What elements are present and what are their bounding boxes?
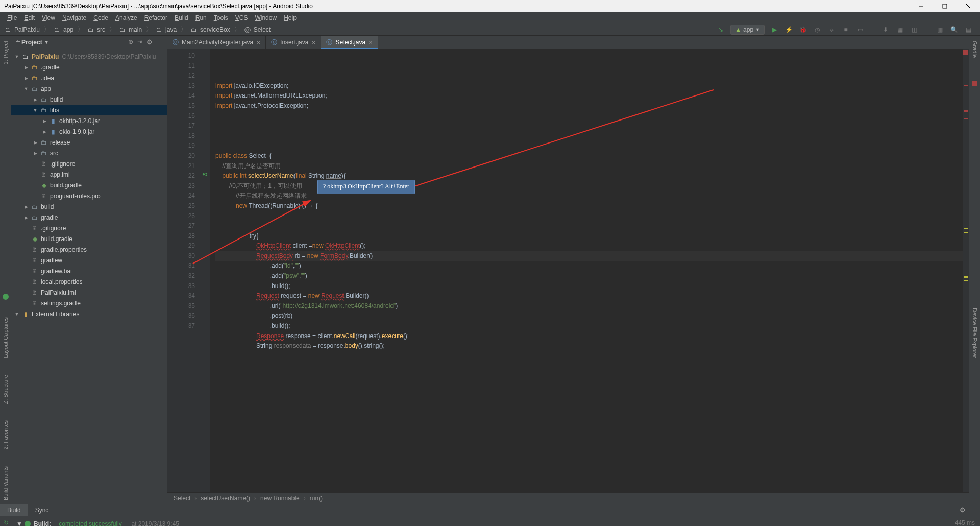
gear-icon[interactable] xyxy=(146,38,153,46)
menu-file[interactable]: File xyxy=(4,13,20,22)
breadcrumb-item[interactable]: 🗀 serviceBox xyxy=(189,26,232,33)
tool-tab-build-variants[interactable]: Build Variants xyxy=(2,463,10,504)
tree-row[interactable]: ▶▮okhttp-3.2.0.jar xyxy=(11,115,167,126)
search-icon[interactable]: 🔍 xyxy=(949,25,959,34)
tree-row[interactable]: 🗎.gitignore xyxy=(11,223,167,233)
menu-help[interactable]: Help xyxy=(281,13,300,22)
breadcrumb-item[interactable]: run() xyxy=(310,495,323,502)
run-button[interactable]: ▶ xyxy=(770,25,779,34)
tool-tab-gradle[interactable]: Gradle xyxy=(971,38,979,61)
editor-tab[interactable]: ⓒSelect.java✕ xyxy=(321,36,378,49)
close-icon[interactable]: ✕ xyxy=(256,40,260,45)
breadcrumb-item[interactable]: 🗀 app xyxy=(52,26,76,33)
breadcrumb-item[interactable]: 🗀 src xyxy=(86,26,107,33)
tree-row[interactable]: 🗎settings.gradle xyxy=(11,298,167,308)
close-icon[interactable]: ✕ xyxy=(369,40,373,45)
error-stripe[interactable] xyxy=(963,49,969,492)
menu-code[interactable]: Code xyxy=(90,13,111,22)
tree-row[interactable]: ◆build.gradle xyxy=(11,180,167,190)
tree-row[interactable]: ▶▮okio-1.9.0.jar xyxy=(11,126,167,137)
tree-row[interactable]: ▶🗀build xyxy=(11,201,167,212)
tree-row[interactable]: 🗎gradlew.bat xyxy=(11,266,167,276)
breadcrumb-item[interactable]: 🗀 PaiPaixiu xyxy=(3,26,42,33)
build-tree[interactable]: ▼Build: completed successfully at 2019/3… xyxy=(12,516,944,526)
chevron-down-icon[interactable]: ▼ xyxy=(44,40,49,45)
gear-icon[interactable] xyxy=(960,506,966,514)
tree-row[interactable]: ▶🗀build xyxy=(11,94,167,105)
stop-button[interactable]: ■ xyxy=(841,25,850,34)
menu-vcs[interactable]: VCS xyxy=(232,13,251,22)
menu-navigate[interactable]: Navigate xyxy=(59,13,89,22)
tree-row[interactable]: 🗎gradlew xyxy=(11,255,167,266)
close-icon[interactable]: ✕ xyxy=(311,40,315,45)
intention-popup[interactable]: ? okhttp3.OkHttpClient? Alt+Enter xyxy=(317,180,415,194)
tree-row[interactable]: 🗎local.properties xyxy=(11,276,167,287)
error-summary-icon[interactable] xyxy=(963,50,968,55)
attach-debugger-icon[interactable]: ⟐ xyxy=(827,25,836,34)
rerun-icon[interactable]: ↻ xyxy=(4,519,9,526)
tree-row[interactable]: ◆build.gradle xyxy=(11,233,167,244)
tool-tab-layout-captures[interactable]: Layout Captures xyxy=(2,314,10,362)
project-structure-icon[interactable]: ▥ xyxy=(935,25,944,34)
collapse-icon[interactable]: ⇥ xyxy=(137,38,142,46)
menu-window[interactable]: Window xyxy=(252,13,280,22)
profiler-icon[interactable]: ◷ xyxy=(813,25,822,34)
breadcrumb-item[interactable]: selectUserName() xyxy=(201,495,250,502)
sync-icon[interactable]: ↘ xyxy=(716,25,725,34)
tree-row[interactable]: ▶🗀.gradle xyxy=(11,62,167,73)
tab-sync[interactable]: Sync xyxy=(28,504,56,516)
tree-row[interactable]: 🗎proguard-rules.pro xyxy=(11,190,167,201)
run-config-selector[interactable]: ▲ app ▼ xyxy=(730,25,765,35)
avd-manager-icon[interactable]: ▭ xyxy=(855,25,865,34)
minimize-button[interactable] xyxy=(910,0,933,12)
tool-tab-device-file-explorer[interactable]: Device File Explorer xyxy=(971,305,979,361)
error-indicator-icon[interactable] xyxy=(972,81,977,86)
breadcrumb-item[interactable]: 🗀 main xyxy=(117,26,144,33)
breadcrumb-item[interactable]: 🗀 java xyxy=(154,26,179,33)
tree-row[interactable]: 🗎.gitignore xyxy=(11,158,167,169)
tree-row[interactable]: ▶🗀src xyxy=(11,148,167,158)
editor-tab[interactable]: ⓒInsert.java✕ xyxy=(266,36,321,49)
tree-row[interactable]: ▼🗀libs xyxy=(11,105,167,115)
breadcrumb-item[interactable]: new Runnable xyxy=(260,495,300,502)
maximize-button[interactable] xyxy=(933,0,957,12)
tool-tab-project[interactable]: 1: Project xyxy=(2,38,10,67)
target-icon[interactable]: ⊕ xyxy=(128,38,133,46)
menu-refactor[interactable]: Refactor xyxy=(141,13,170,22)
menu-analyze[interactable]: Analyze xyxy=(112,13,140,22)
menu-build[interactable]: Build xyxy=(172,13,191,22)
editor-tab[interactable]: ⓒMain2ActivityRegister.java✕ xyxy=(167,36,266,49)
run-gutter-icon[interactable]: ●ɪ xyxy=(199,171,210,181)
code-editor[interactable]: ? okhttp3.OkHttpClient? Alt+Enter import… xyxy=(210,49,963,492)
sdk-manager-icon[interactable]: ⬇ xyxy=(881,25,890,34)
menu-tools[interactable]: Tools xyxy=(211,13,231,22)
tab-build[interactable]: Build xyxy=(0,504,28,516)
file-icon: 🗎 xyxy=(31,224,39,232)
hide-icon[interactable]: — xyxy=(970,506,976,514)
layout-inspector-icon[interactable]: ▦ xyxy=(895,25,904,34)
tool-tab-structure[interactable]: Z: Structure xyxy=(2,372,10,407)
debug-button[interactable]: 🐞 xyxy=(798,25,807,34)
tree-row[interactable]: 🗎PaiPaixiu.iml xyxy=(11,287,167,298)
tree-row[interactable]: ▼▮External Libraries xyxy=(11,308,167,319)
resource-manager-icon[interactable]: ◫ xyxy=(910,25,919,34)
tool-tab-favorites[interactable]: 2: Favorites xyxy=(2,417,10,452)
menu-run[interactable]: Run xyxy=(192,13,210,22)
tree-row[interactable]: 🗎gradle.properties xyxy=(11,244,167,255)
breadcrumb-item[interactable]: Select xyxy=(174,495,190,502)
tree-row[interactable]: ▼🗀app xyxy=(11,83,167,94)
close-button[interactable] xyxy=(957,0,980,12)
tree-row[interactable]: ▶🗀.idea xyxy=(11,73,167,83)
toolbar-overflow-icon[interactable]: ▤ xyxy=(964,25,973,34)
tree-row[interactable]: 🗎app.iml xyxy=(11,169,167,180)
project-tree[interactable]: ▼🗀PaiPaixiuC:\Users\85339\Desktop\PaiPai… xyxy=(11,49,167,504)
hide-icon[interactable]: — xyxy=(157,38,163,46)
breadcrumb-item[interactable]: ⓒ Select xyxy=(242,26,273,33)
tree-row[interactable]: ▼🗀PaiPaixiuC:\Users\85339\Desktop\PaiPai… xyxy=(11,51,167,62)
menu-view[interactable]: View xyxy=(39,13,58,22)
apply-changes-icon[interactable]: ⚡ xyxy=(784,25,793,34)
tree-row[interactable]: ▶🗀gradle xyxy=(11,212,167,223)
tree-row[interactable]: ▶🗀release xyxy=(11,137,167,148)
folder-icon: 🗀 xyxy=(191,26,198,33)
menu-edit[interactable]: Edit xyxy=(21,13,38,22)
